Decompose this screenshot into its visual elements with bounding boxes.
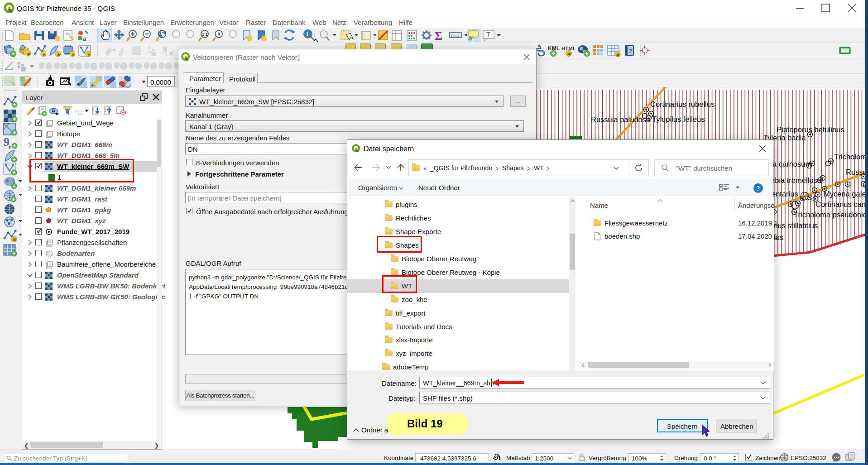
svg-text:Tricholoma: Tricholoma <box>834 153 865 161</box>
svg-text:T: T <box>486 31 490 38</box>
svg-text:Cortinarius caninus: Cortinarius caninus <box>815 200 865 208</box>
svg-text:✱: ✱ <box>72 53 75 57</box>
svg-text:Russula paludosa: Russula paludosa <box>591 115 651 124</box>
svg-text:ε: ε <box>75 107 77 115</box>
svg-text:a carnosum: a carnosum <box>772 160 811 168</box>
svg-text:Piptoporus betulinus: Piptoporus betulinus <box>777 125 844 134</box>
svg-text:ebia tremellosa: ebia tremellosa <box>771 176 822 184</box>
svg-text:i: i <box>307 31 308 38</box>
svg-text:Tylopilus felleus: Tylopilus felleus <box>652 115 705 123</box>
svg-text:Cortinarius rubellus: Cortinarius rubellus <box>650 100 715 108</box>
svg-text:✱: ✱ <box>13 237 16 242</box>
svg-text:✱: ✱ <box>87 53 91 57</box>
svg-text:✱: ✱ <box>567 52 571 57</box>
svg-text:a: a <box>83 35 86 42</box>
svg-text:?: ? <box>628 48 632 54</box>
svg-text:✱: ✱ <box>27 52 31 57</box>
svg-text:✱: ✱ <box>57 53 61 57</box>
svg-text:Mycena galericulata: Mycena galericulata <box>824 190 865 198</box>
svg-text:✱: ✱ <box>43 53 46 57</box>
svg-text:G: G <box>860 180 865 188</box>
svg-text:Tricholoma pseudonictitans: Tricholoma pseudonictitans <box>794 211 865 219</box>
svg-text:entarius: entarius <box>772 190 798 198</box>
svg-text:1:1: 1:1 <box>202 32 208 37</box>
svg-text:Σ: Σ <box>435 29 442 42</box>
svg-text:Russula: Russula <box>846 168 865 176</box>
svg-text:,: , <box>8 137 11 150</box>
